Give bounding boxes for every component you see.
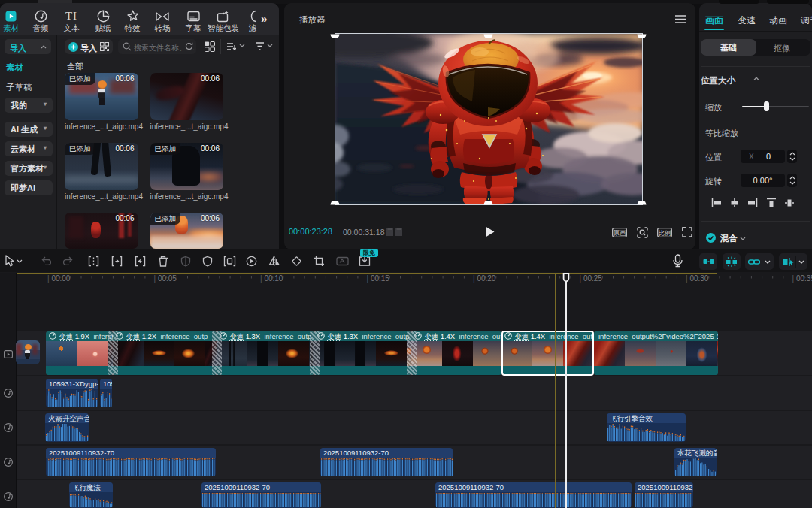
svg-text:比例: 比例 <box>659 229 671 237</box>
svg-text:原画: 原画 <box>614 229 627 237</box>
